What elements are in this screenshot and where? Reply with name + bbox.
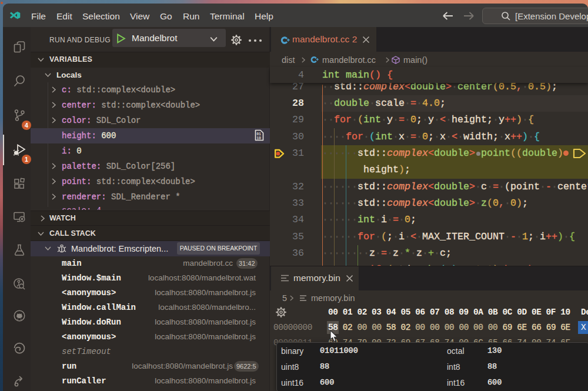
svg-text:01: 01 — [256, 132, 261, 136]
svg-text:10: 10 — [256, 136, 261, 141]
